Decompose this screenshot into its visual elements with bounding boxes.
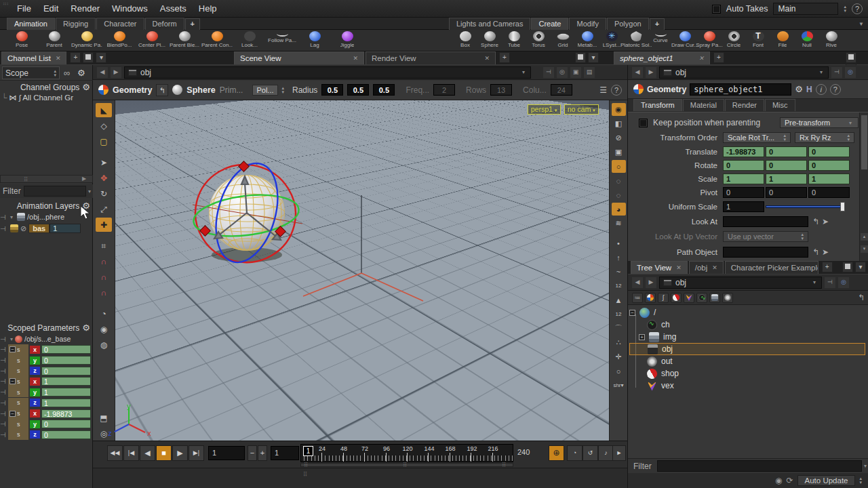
tree-node-img[interactable]: + img xyxy=(629,331,865,343)
channel-value[interactable]: 0 xyxy=(41,345,91,354)
translate-y-field[interactable]: 0 xyxy=(766,146,807,157)
pin-pane-icon[interactable]: ⊣ xyxy=(831,67,842,78)
show-handles-icon[interactable]: ▢ xyxy=(96,134,112,148)
new-pane-tab-button[interactable]: + xyxy=(822,262,833,272)
help-icon[interactable]: ? xyxy=(852,3,863,14)
display-origin-axis-icon[interactable]: ✛ xyxy=(612,350,626,363)
jump-up-icon[interactable]: ↰ xyxy=(812,217,819,226)
pin-icon[interactable]: ⊣ xyxy=(0,431,8,439)
collapse-icon[interactable]: ▾ xyxy=(8,336,15,342)
radius-x-field[interactable]: 0.5 xyxy=(321,84,343,96)
collapse-icon[interactable]: − xyxy=(9,411,16,417)
menu-render[interactable]: Render xyxy=(64,1,106,16)
maximize-pane-icon[interactable] xyxy=(846,52,856,63)
surface-type-spinner[interactable]: ▴▾ xyxy=(282,86,285,94)
display-hull-icon[interactable]: ⌒ xyxy=(612,322,626,335)
gear-icon[interactable]: ⚙ xyxy=(82,323,90,333)
playhead[interactable]: 1 xyxy=(303,446,313,456)
add-shelf-tab-button-right[interactable]: + xyxy=(650,18,665,30)
layout-icon[interactable]: ▣ xyxy=(570,67,581,78)
pivot-z-field[interactable]: 0 xyxy=(808,187,850,198)
link-group-icon[interactable]: ◎ xyxy=(557,67,568,78)
forward-icon[interactable]: ▶ xyxy=(646,67,656,78)
collapse-icon[interactable]: − xyxy=(629,310,635,316)
pin-icon[interactable]: ⊣ xyxy=(0,336,8,343)
pin-icon[interactable]: ⊣ xyxy=(0,399,8,407)
translate-z-field[interactable]: 0 xyxy=(808,146,850,157)
rotate-x-field[interactable]: 0 xyxy=(723,160,764,171)
geometry-context-icon[interactable] xyxy=(633,84,644,94)
pin-icon[interactable]: ⊣ xyxy=(0,346,8,353)
back-icon[interactable]: ◀ xyxy=(97,67,108,78)
shelf-tool-dynamic-parent[interactable]: Dynamic Pa... xyxy=(71,30,103,51)
filter-vex-icon[interactable] xyxy=(684,293,694,303)
jump-up-icon[interactable]: ↰ xyxy=(858,293,865,302)
jump-end-button[interactable]: ▶| xyxy=(189,445,204,461)
filter-all-icon[interactable]: ≔ xyxy=(632,293,643,303)
scope-dropdown[interactable]: Scope▴▾ xyxy=(2,66,60,79)
tab-sphere-object1[interactable]: sphere_object1✕ xyxy=(614,52,710,64)
scoped-parameter-path-row[interactable]: ⊣ ▾ /obj/s...e_base xyxy=(0,333,93,344)
shelf-tool-sphere[interactable]: Sphere xyxy=(477,30,502,51)
realtime-toggle-icon[interactable]: ◔ xyxy=(567,445,583,461)
display-particles-icon[interactable]: ∴ xyxy=(612,336,626,349)
pre-transform-dropdown[interactable]: Pre-transform▾ xyxy=(780,117,859,128)
shelf-tool-pose[interactable]: Pose xyxy=(5,30,38,51)
select-tool-icon[interactable]: ◣ xyxy=(96,103,112,117)
tab-obj[interactable]: /obj✕ xyxy=(689,261,724,274)
lock-icon[interactable]: ◧ xyxy=(612,117,626,130)
tree-filter-input[interactable] xyxy=(657,460,862,472)
close-icon[interactable]: ✕ xyxy=(353,55,358,62)
pose-tool-icon[interactable]: ✚ xyxy=(96,218,112,232)
pin-pane-icon[interactable]: ⊣ xyxy=(825,277,835,288)
filter-menu-icon[interactable]: ▾ xyxy=(862,463,868,469)
filter-shop-icon[interactable] xyxy=(671,293,682,303)
drag-grip-icon[interactable]: ⠿⠿ xyxy=(3,2,8,16)
collapse-icon[interactable]: − xyxy=(9,346,16,352)
rotate-tool-icon[interactable]: ↻ xyxy=(96,186,112,201)
display-point-numbers-icon[interactable]: 12 xyxy=(612,279,626,292)
secure-selection-icon[interactable]: ◇ xyxy=(96,119,112,133)
shelf-tool-parent-blend[interactable]: Parent Ble... xyxy=(168,30,201,51)
shelf-tab-lights-cameras[interactable]: Lights and Cameras xyxy=(449,18,530,30)
rotate-order-dropdown[interactable]: Rx Ry Rz▴▾ xyxy=(795,132,854,143)
timeline-ruler[interactable]: 1 24 48 72 96 120 144 168 192 216 xyxy=(300,444,513,462)
pane-menu-icon[interactable]: ▾ xyxy=(855,262,866,272)
menu-help[interactable]: Help xyxy=(193,1,223,16)
end-frame-label[interactable]: 240 xyxy=(517,448,530,456)
shelf-tool-box[interactable]: Box xyxy=(453,30,477,51)
rotate-z-field[interactable]: 0 xyxy=(808,160,850,171)
shelf-tool-font[interactable]: TFont xyxy=(746,30,770,51)
refresh-icon[interactable]: ⟳ xyxy=(786,476,793,485)
decrement-frame-button[interactable]: − xyxy=(248,445,257,461)
frame-view-icon[interactable]: ◉ xyxy=(96,322,112,336)
shelf-tool-center-pivot[interactable]: Center Pl... xyxy=(136,30,168,51)
channel-value[interactable]: 1 xyxy=(41,399,91,407)
auto-update-dropdown[interactable]: Auto Update xyxy=(797,475,856,486)
shelf-tool-platonic[interactable]: Platonic Sol... xyxy=(624,30,648,51)
shelf-tool-parent[interactable]: Parent xyxy=(38,30,71,51)
view-adjust-icon[interactable]: ◔ xyxy=(96,306,112,321)
jump-up-icon[interactable]: ↰ xyxy=(812,247,819,257)
snap-prim-icon[interactable]: ∩ xyxy=(96,270,112,284)
menu-assets[interactable]: Assets xyxy=(154,1,193,16)
node-picker-icon[interactable]: ➤ xyxy=(822,247,829,257)
fog-icon[interactable]: ≋ xyxy=(612,217,626,230)
all-channel-groups-item[interactable]: └ ⋈ ʃ All Channel Gr xyxy=(1,93,73,102)
take-selector[interactable]: Main xyxy=(773,3,838,15)
close-icon[interactable]: ✕ xyxy=(712,264,717,271)
hide-others-icon[interactable]: ⊘ xyxy=(612,131,626,144)
timeline-scrollbar[interactable]: ⠿ ⠿ ⠿ xyxy=(300,463,513,467)
base-layer-badge[interactable]: bas xyxy=(28,224,50,233)
look-at-field[interactable] xyxy=(723,216,808,227)
shelf-tool-draw-curve[interactable]: Draw Cur... xyxy=(673,30,697,51)
tab-misc[interactable]: Misc xyxy=(765,99,795,111)
gear-icon[interactable]: ⚙ xyxy=(795,84,803,94)
display-point-trails-icon[interactable]: ~ xyxy=(612,265,626,278)
scene-path-field[interactable]: obj▾ xyxy=(124,66,531,79)
shelf-tab-modify[interactable]: Modify xyxy=(569,18,606,30)
pin-icon[interactable]: ⊣ xyxy=(0,410,8,418)
headlight-icon[interactable]: ○ xyxy=(612,160,626,173)
pivot-y-field[interactable]: 0 xyxy=(766,187,807,198)
back-icon[interactable]: ◀ xyxy=(632,277,643,288)
